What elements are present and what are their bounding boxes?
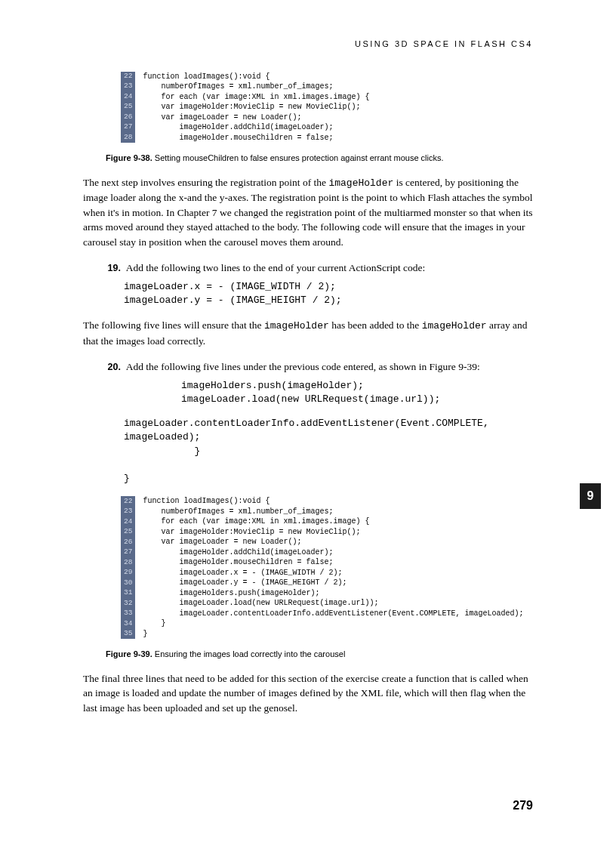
code-listing-9-38: 22function loadImages():void {23 numberO… <box>121 72 372 143</box>
figure-9-39: 22function loadImages():void {23 numberO… <box>121 496 533 661</box>
line-number: 29 <box>121 568 135 578</box>
code-line: function loadImages():void { <box>135 72 372 82</box>
line-number: 27 <box>121 122 135 133</box>
code-line: imageLoader.y = - (IMAGE_HEIGHT / 2); <box>135 578 526 588</box>
step-text: Add the following two lines to the end o… <box>126 262 426 273</box>
figure-caption-text: Setting mouseChildren to false ensures p… <box>155 153 444 162</box>
step-number: 19. <box>101 261 121 276</box>
code-block: imageHolders.push(imageHolder); imageLoa… <box>181 379 533 406</box>
code-line: imageHolders.push(imageHolder); <box>135 588 526 599</box>
line-number: 34 <box>121 618 135 629</box>
code-line: imageHolder.mouseChildren = false; <box>135 557 526 568</box>
text: The following five lines will ensure tha… <box>83 319 264 331</box>
body-paragraph: The next step involves ensuring the regi… <box>83 175 533 250</box>
text: The next step involves ensuring the regi… <box>83 177 328 188</box>
line-number: 23 <box>121 82 135 92</box>
code-line: for each (var image:XML in xml.images.im… <box>135 517 526 527</box>
line-number: 33 <box>121 609 135 619</box>
line-number: 35 <box>121 629 135 640</box>
line-number: 28 <box>121 557 135 568</box>
line-number: 23 <box>121 507 135 517</box>
line-number: 25 <box>121 102 135 113</box>
line-number: 28 <box>121 133 135 143</box>
code-line: imageHolder.addChild(imageLoader); <box>135 122 372 133</box>
inline-code: imageHolder <box>264 320 329 331</box>
code-line: imageHolder.addChild(imageLoader); <box>135 547 526 558</box>
code-line: var imageLoader = new Loader(); <box>135 537 526 547</box>
code-line: var imageHolder:MovieClip = new MovieCli… <box>135 527 526 538</box>
code-line: imageHolder.mouseChildren = false; <box>135 133 372 143</box>
figure-label: Figure 9-39. <box>106 649 152 658</box>
code-line: var imageLoader = new Loader(); <box>135 113 372 123</box>
step-20: 20. Add the following five lines under t… <box>101 359 533 375</box>
page-number: 279 <box>513 797 533 815</box>
step-number: 20. <box>101 360 121 375</box>
line-number: 26 <box>121 113 135 123</box>
code-line: var imageHolder:MovieClip = new MovieCli… <box>135 102 372 113</box>
code-block: imageLoader.contentLoaderInfo.addEventLi… <box>124 417 533 486</box>
code-line: } <box>135 629 526 640</box>
code-line: imageLoader.contentLoaderInfo.addEventLi… <box>135 609 526 619</box>
code-line: for each (var image:XML in xml.images.im… <box>135 92 372 103</box>
line-number: 25 <box>121 527 135 538</box>
code-line: numberOfImages = xml.number_of_images; <box>135 507 526 517</box>
line-number: 22 <box>121 72 135 82</box>
text: has been added to the <box>329 319 422 331</box>
figure-label: Figure 9-38. <box>106 153 152 162</box>
code-line: function loadImages():void { <box>135 496 526 507</box>
line-number: 30 <box>121 578 135 588</box>
step-19: 19. Add the following two lines to the e… <box>101 261 533 276</box>
chapter-tab: 9 <box>580 483 601 509</box>
line-number: 24 <box>121 517 135 527</box>
inline-code: imageHolder <box>328 177 393 189</box>
code-listing-9-39: 22function loadImages():void {23 numberO… <box>121 496 527 639</box>
step-text: Add the following five lines under the p… <box>126 361 480 372</box>
code-block: imageLoader.x = - (IMAGE_WIDTH / 2); ima… <box>124 280 533 307</box>
inline-code: imageHolder <box>422 320 487 331</box>
running-header: USING 3D SPACE IN FLASH CS4 <box>83 38 533 51</box>
code-line: numberOfImages = xml.number_of_images; <box>135 82 372 92</box>
line-number: 31 <box>121 588 135 599</box>
line-number: 27 <box>121 547 135 558</box>
figure-caption: Figure 9-38. Setting mouseChildren to fa… <box>106 152 533 165</box>
body-paragraph: The following five lines will ensure tha… <box>83 318 533 348</box>
figure-caption-text: Ensuring the images load correctly into … <box>155 649 346 658</box>
line-number: 26 <box>121 537 135 547</box>
code-line: } <box>135 618 526 629</box>
code-line: imageLoader.load(new URLRequest(image.ur… <box>135 598 526 609</box>
code-line: imageLoader.x = - (IMAGE_WIDTH / 2); <box>135 568 526 578</box>
figure-caption: Figure 9-39. Ensuring the images load co… <box>106 648 533 661</box>
figure-9-38: 22function loadImages():void {23 numberO… <box>121 72 533 165</box>
line-number: 22 <box>121 496 135 507</box>
body-paragraph: The final three lines that need to be ad… <box>83 671 533 716</box>
line-number: 24 <box>121 92 135 103</box>
line-number: 32 <box>121 598 135 609</box>
